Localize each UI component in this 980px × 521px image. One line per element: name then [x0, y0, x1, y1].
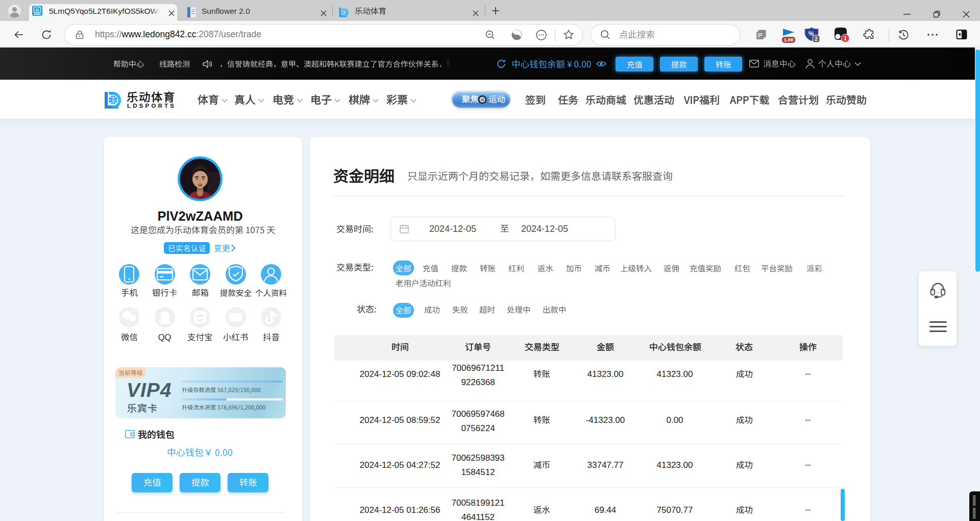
svg-text:1: 1 [844, 35, 847, 41]
svg-text:D: D [36, 8, 39, 13]
svg-text:1.00: 1.00 [784, 37, 794, 42]
svg-text:2: 2 [815, 36, 818, 42]
